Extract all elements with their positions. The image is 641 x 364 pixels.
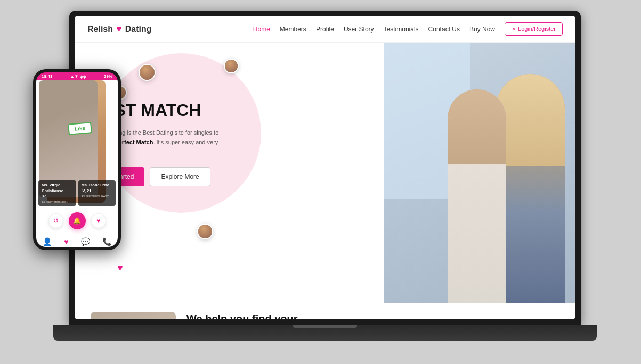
laptop-bezel: Relish ♥ Dating Home Members Profile Use… [69,11,581,325]
soulmate-text: We help you find your Soulmate [186,312,559,319]
couple-photo-main [384,43,575,303]
logo-subtitle: Dating [125,24,152,34]
phone-screen: 18:43 ▲▼ ψψ 29% Like Ms. V [36,72,118,247]
nav-icon-phone[interactable]: 📞 [102,237,111,246]
phone-status-bar: 18:43 ▲▼ ψψ 29% [36,72,118,80]
rewind-button[interactable]: ↺ [48,213,63,228]
nav-icon-chat[interactable]: 💬 [81,237,90,246]
find-your-label: Find Your [91,90,368,99]
nav-link-home[interactable]: Home [253,26,270,33]
nav-links: Home Members Profile User Story Testimon… [253,22,563,36]
logo-text: Relish [87,24,113,34]
nav-link-contact[interactable]: Contact Us [428,26,460,33]
hero-content: Find Your BEST MATCH Relish Dating is th… [91,59,368,186]
phone-time: 18:43 [42,74,52,79]
fire-button[interactable]: 🔔 [69,212,86,229]
laptop-screen: Relish ♥ Dating Home Members Profile Use… [75,16,575,319]
explore-more-button[interactable]: Explore More [150,167,210,186]
nav-link-testimonials[interactable]: Testimonials [384,26,419,33]
laptop: Relish ♥ Dating Home Members Profile Use… [69,11,602,351]
card-info-area: Ms. VirgieChristianse37 13 kilometers aw… [36,178,118,208]
logo-heart-icon: ♥ [116,23,122,35]
nav-logo: Relish ♥ Dating [87,23,151,35]
nav-link-buy[interactable]: Buy Now [469,26,495,33]
nav-link-members[interactable]: Members [280,26,306,33]
floating-avatar-4 [197,224,213,239]
person-1-distance: 13 kilometers aw... [42,200,73,204]
phone-device: 18:43 ▲▼ ψψ 29% Like Ms. V [33,69,121,250]
phone-bottom-nav: 👤 ♥ 💬 📞 [36,234,118,247]
person-2-name: Ms. Isobel PricIV, 21 [82,183,113,194]
card-person-1-info: Ms. VirgieChristianse37 13 kilometers aw… [38,180,76,206]
hero-buttons: Get Started Explore More [91,167,368,186]
nav-icon-profile[interactable]: 👤 [43,237,52,246]
login-register-button[interactable]: ⚬ Login/Register [505,22,563,36]
like-badge: Like [68,122,92,135]
hero-right-photo [384,43,575,303]
laptop-base [53,325,597,341]
website-bottom-section: We help you find your Soulmate [75,303,575,319]
scene: Relish ♥ Dating Home Members Profile Use… [0,0,641,364]
floating-heart-icon: ♥ [117,262,123,274]
nav-icon-heart[interactable]: ♥ [64,237,68,246]
phone-cards-area: Like Ms. VirgieChristianse37 13 kilomete… [36,80,118,208]
phone-signal: ▲▼ ψψ [70,74,86,79]
heart-button[interactable]: ♥ [91,213,106,228]
best-match-heading: BEST MATCH [91,101,368,120]
phone-action-buttons: ↺ 🔔 ♥ [36,208,118,234]
person-1-name: Ms. VirgieChristianse37 [42,183,73,200]
card-person-2-info: Ms. Isobel PricIV, 21 14 kilometers away [78,180,116,206]
soulmate-title: We help you find your Soulmate [186,312,559,319]
website-nav: Relish ♥ Dating Home Members Profile Use… [75,16,575,43]
hero-section: Find Your BEST MATCH Relish Dating is th… [75,43,575,303]
floating-avatar-3 [224,59,239,73]
floating-avatar-1 [139,64,156,81]
nav-link-profile[interactable]: Profile [316,26,334,33]
phone-battery: 29% [104,74,112,79]
soulmate-section: We help you find your Soulmate [91,312,559,319]
nav-link-user-story[interactable]: User Story [344,26,374,33]
person-2-distance: 14 kilometers away [82,194,113,198]
